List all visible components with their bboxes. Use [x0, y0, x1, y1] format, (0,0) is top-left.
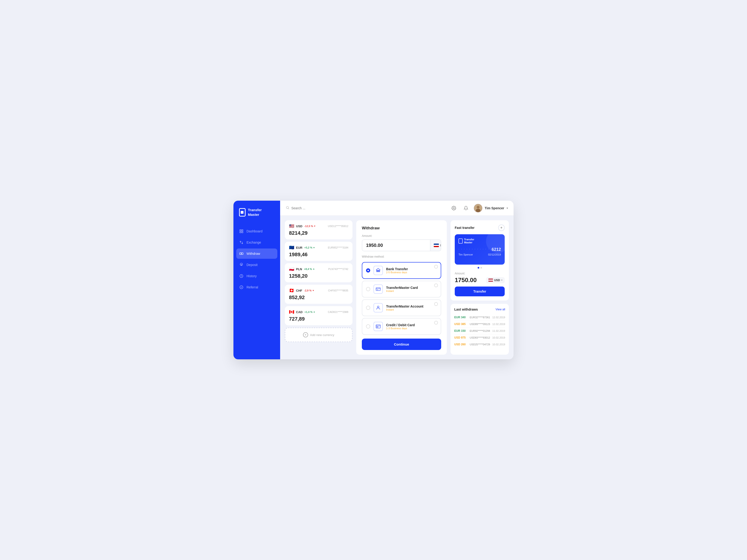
wd-amount-2: EUR 150 — [454, 329, 468, 332]
change-eur: +5,2 % — [304, 246, 315, 249]
main-content: Tim Spencer ▾ 🇺🇸 USD -12,5 % — [280, 201, 514, 359]
search-input[interactable] — [291, 206, 338, 210]
sidebar-item-label-dashboard: Dashboard — [247, 229, 263, 233]
fast-transfer-currency-selector[interactable]: USD ▾ — [486, 277, 505, 283]
method-credit-debit[interactable]: Credit / Debit Card 1-3 Business days — [362, 318, 441, 335]
currency-card-usd[interactable]: 🇺🇸 USD -12,5 % USD12*****05812 8214,29 — [285, 220, 353, 239]
sidebar-item-label-deposit: Deposit — [247, 263, 257, 267]
credit-debit-icon — [374, 322, 383, 331]
view-all-link[interactable]: View all — [496, 308, 505, 311]
withdrawal-row-4: USD 260 USD25*****04729 10.02.2019 — [454, 341, 505, 348]
withdraw-icon — [239, 251, 244, 256]
method-label: Withdraw method: — [362, 255, 441, 258]
currency-selector-eur[interactable]: EUR ▾ — [430, 240, 441, 251]
svg-point-8 — [453, 208, 455, 209]
flag-pln: 🇵🇱 — [289, 266, 294, 272]
currency-pill-chevron-icon: ▾ — [501, 279, 503, 282]
fast-transfer-amount-value: 1750.00 — [455, 276, 477, 284]
add-currency-button[interactable]: + Add new currency — [285, 328, 353, 342]
withdrawal-row-0: EUR 340 EUR32*****87361 12.02.2019 — [454, 314, 505, 321]
withdraw-currency: EUR — [440, 244, 441, 247]
wd-account-1: USD89*****09123 — [468, 323, 492, 325]
referral-icon — [239, 285, 244, 290]
account-cad: CAD821*****2988 — [328, 311, 348, 313]
currency-card-chf[interactable]: 🇨🇭 CHF -2,9 % CHF937*****8835 852,92 — [285, 285, 353, 304]
svg-point-10 — [477, 206, 480, 209]
method-check-tm-card — [434, 284, 438, 287]
change-pln: +8,4 % — [304, 268, 315, 270]
method-info-credit-debit: Credit / Debit Card 1-3 Business days — [386, 323, 437, 330]
radio-credit-debit — [366, 324, 370, 328]
sidebar-item-label-history: History — [247, 274, 257, 278]
withdraw-title: Withdraw — [362, 226, 441, 231]
svg-rect-14 — [379, 270, 380, 272]
add-currency-label: Add new currency — [310, 333, 334, 337]
amount-label: Amount: — [362, 234, 441, 238]
app-container: Transfer Master Dashboard — [233, 201, 514, 359]
method-bank-transfer[interactable]: Bank Transfer 2-5 Business days — [362, 262, 441, 279]
card-dot-2[interactable] — [481, 267, 482, 269]
bank-icon — [374, 266, 383, 275]
amount-cad: 727,89 — [289, 316, 348, 322]
nav-items: Dashboard Exchange Withdraw — [233, 226, 280, 352]
last-withdrawals-header: Last withdraws View all — [454, 308, 505, 311]
amount-chf: 852,92 — [289, 294, 348, 300]
method-name-tm-account: TransferMaster Account — [386, 304, 437, 308]
method-name-bank: Bank Transfer — [386, 267, 437, 271]
wd-account-0: EUR32*****87361 — [468, 316, 492, 319]
radio-tm-account — [366, 306, 370, 310]
method-desc-credit-debit: 1-3 Business days — [386, 327, 437, 330]
wd-date-3: 10.02.2019 — [492, 336, 505, 339]
card-expiry: 02/12/2019 — [488, 253, 501, 256]
currency-card-pln[interactable]: 🇵🇱 PLN +8,4 % PLN743*****2742 1258,20 — [285, 263, 353, 282]
wd-date-0: 12.02.2019 — [492, 316, 505, 319]
account-pln: PLN743*****2742 — [328, 268, 348, 270]
user-profile[interactable]: Tim Spencer ▾ — [474, 204, 508, 212]
method-check-bank — [434, 265, 438, 269]
settings-icon[interactable] — [449, 204, 458, 212]
card-indicators — [455, 267, 505, 269]
chevron-down-icon: ▾ — [507, 207, 508, 210]
svg-text:TM: TM — [377, 289, 379, 291]
fast-transfer-currency: USD — [494, 278, 500, 282]
method-info-bank: Bank Transfer 2-5 Business days — [386, 267, 437, 274]
currency-card-cad[interactable]: 🇨🇦 CAD +1,4 % CAD821*****2988 727,89 — [285, 306, 353, 325]
continue-button[interactable]: Continue — [362, 339, 441, 350]
method-tm-card[interactable]: TM TransferMaster Card Instant — [362, 281, 441, 297]
card-logo-text: Transfer Master — [464, 238, 474, 244]
sidebar-item-withdraw[interactable]: Withdraw — [236, 248, 277, 259]
withdrawal-row-2: EUR 150 EUR92*****01294 11.02.2019 — [454, 328, 505, 335]
content-area: 🇺🇸 USD -12,5 % USD12*****05812 8214,29 — [280, 216, 514, 359]
amount-group: Amount: EUR ▾ — [362, 234, 441, 251]
method-desc-tm-account: Instant — [386, 308, 437, 311]
radio-bank-transfer — [366, 268, 370, 272]
withdrawal-row-1: USD 385 USD89*****09123 12.02.2019 — [454, 321, 505, 328]
method-name-tm-card: TransferMaster Card — [386, 286, 437, 290]
sidebar-item-dashboard[interactable]: Dashboard — [233, 226, 280, 236]
virtual-card: Transfer Master · · · · · · · · · · · · … — [455, 234, 505, 265]
sidebar-item-referral[interactable]: Referral — [233, 282, 280, 292]
currency-card-eur[interactable]: 🇪🇺 EUR +5,2 % EUR852*****3184 1989,46 — [285, 242, 353, 261]
account-chf: CHF937*****8835 — [328, 289, 348, 292]
transfer-button[interactable]: Transfer — [455, 287, 505, 296]
fast-transfer-amount-label: Amount: — [455, 272, 505, 275]
wd-account-2: EUR92*****01294 — [468, 329, 492, 332]
card-dot-1[interactable] — [478, 267, 479, 269]
method-desc-bank: 2-5 Business days — [386, 271, 437, 274]
logo-icon — [239, 208, 246, 216]
avatar — [474, 204, 482, 212]
sidebar-item-history[interactable]: History — [233, 271, 280, 281]
amount-input[interactable] — [362, 240, 430, 251]
usd-flag-icon — [488, 278, 493, 282]
exchange-icon — [239, 240, 244, 245]
user-name: Tim Spencer — [485, 206, 504, 210]
method-tm-account[interactable]: TransferMaster Account Instant — [362, 299, 441, 316]
notifications-icon[interactable] — [462, 204, 470, 212]
sidebar-item-exchange[interactable]: Exchange — [233, 237, 280, 247]
card-footer: Tim Spencer 02/12/2019 — [459, 253, 501, 256]
add-fast-transfer-button[interactable]: + — [498, 224, 505, 231]
withdraw-panel: Withdraw Amount: EUR ▾ Withdraw method: — [356, 220, 447, 355]
sidebar-item-deposit[interactable]: Deposit — [233, 260, 280, 270]
history-icon — [239, 274, 244, 278]
wd-date-1: 12.02.2019 — [492, 323, 505, 325]
